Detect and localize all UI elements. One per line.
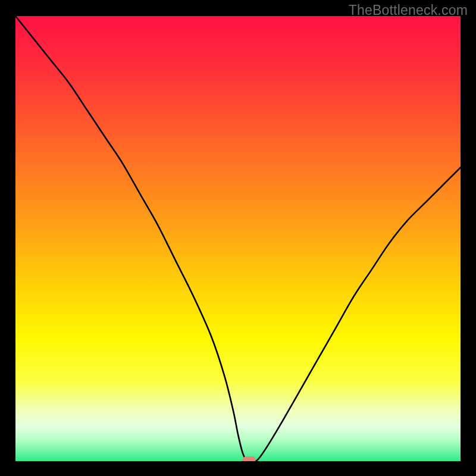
chart-frame: { "watermark": "TheBottleneck.com", "col… xyxy=(0,0,476,476)
optimal-point-marker xyxy=(243,456,256,464)
bottleneck-chart xyxy=(0,0,476,476)
plot-background xyxy=(15,16,461,461)
watermark-text: TheBottleneck.com xyxy=(349,2,468,18)
